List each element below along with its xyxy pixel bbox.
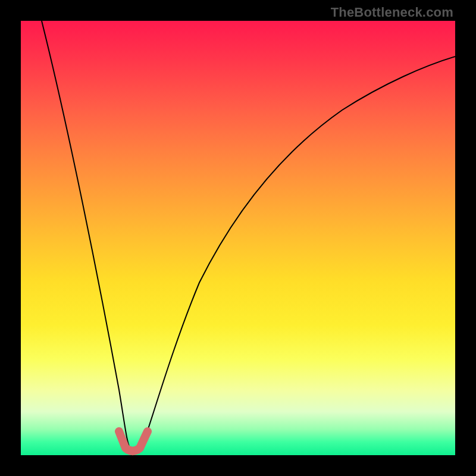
valley-accent (119, 431, 148, 451)
watermark-text: TheBottleneck.com (331, 5, 453, 20)
curve-layer (21, 21, 455, 455)
bottleneck-curve (42, 21, 455, 453)
chart-frame: TheBottleneck.com (0, 0, 476, 476)
plot-area (21, 21, 455, 455)
